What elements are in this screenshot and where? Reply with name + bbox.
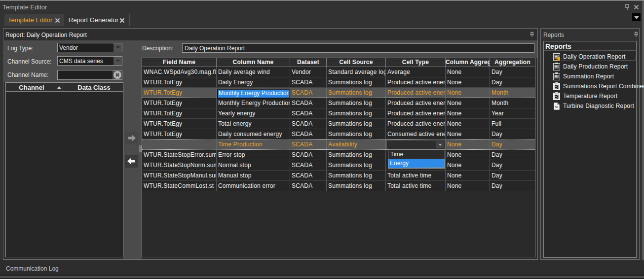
svg-text:E: E: [557, 57, 560, 61]
